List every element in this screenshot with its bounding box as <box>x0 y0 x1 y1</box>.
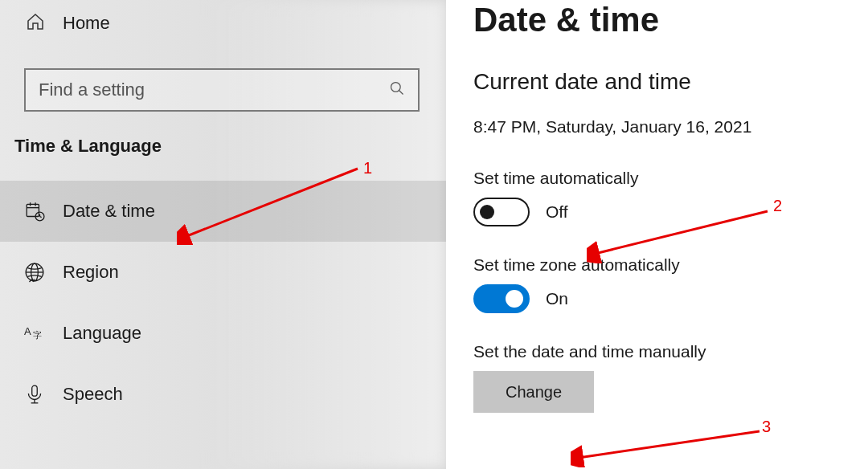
set-tz-auto-row: On <box>473 284 868 313</box>
toggle-knob <box>480 205 494 219</box>
set-tz-auto-toggle[interactable] <box>473 284 530 313</box>
sidebar-item-region[interactable]: Region <box>0 242 446 303</box>
set-time-auto-state: Off <box>546 202 568 222</box>
settings-sidebar: Home Time & Language Date & time Region … <box>0 0 446 469</box>
category-heading: Time & Language <box>0 112 446 181</box>
search-icon <box>389 80 405 100</box>
nav-home[interactable]: Home <box>0 0 446 44</box>
current-datetime-value: 8:47 PM, Saturday, January 16, 2021 <box>473 117 868 137</box>
svg-text:A: A <box>24 325 31 337</box>
svg-text:字: 字 <box>33 330 42 340</box>
change-button[interactable]: Change <box>473 371 594 413</box>
svg-point-0 <box>391 83 401 92</box>
home-label: Home <box>63 13 110 34</box>
set-time-auto-row: Off <box>473 198 868 226</box>
nav-label-language: Language <box>63 323 141 344</box>
svg-line-8 <box>40 217 42 218</box>
sidebar-nav: Date & time Region A字 Language Speech <box>0 181 446 425</box>
calendar-clock-icon <box>24 201 45 222</box>
nav-label-region: Region <box>63 262 119 283</box>
page-title: Date & time <box>473 0 868 40</box>
svg-line-1 <box>399 91 403 95</box>
set-manual-label: Set the date and time manually <box>473 342 868 361</box>
nav-label-date-time: Date & time <box>63 201 155 222</box>
svg-rect-14 <box>32 385 38 396</box>
content-pane: Date & time Current date and time 8:47 P… <box>446 0 868 469</box>
search-box[interactable] <box>24 68 420 112</box>
set-time-auto-label: Set time automatically <box>473 169 868 188</box>
search-input[interactable] <box>39 80 389 100</box>
sidebar-item-speech[interactable]: Speech <box>0 364 446 425</box>
svg-rect-2 <box>27 204 39 216</box>
globe-icon <box>24 262 45 283</box>
sidebar-item-language[interactable]: A字 Language <box>0 303 446 364</box>
sidebar-item-date-time[interactable]: Date & time <box>0 181 446 242</box>
microphone-icon <box>24 384 45 405</box>
language-icon: A字 <box>24 323 45 344</box>
home-icon <box>26 12 45 35</box>
set-tz-auto-label: Set time zone automatically <box>473 255 868 275</box>
search-container <box>0 44 446 112</box>
toggle-knob <box>506 290 523 308</box>
set-tz-auto-state: On <box>546 289 568 308</box>
set-time-auto-toggle[interactable] <box>473 198 530 226</box>
section-current-datetime: Current date and time <box>473 69 868 95</box>
nav-label-speech: Speech <box>63 384 123 405</box>
